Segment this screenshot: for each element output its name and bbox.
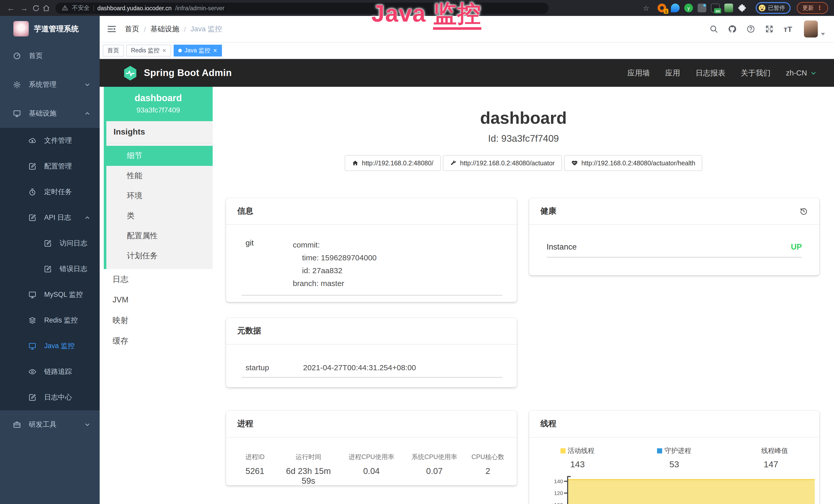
admin-brand[interactable]: 芋道管理系统 — [0, 16, 100, 42]
sidebar-item-config[interactable]: 配置管理 — [0, 154, 100, 179]
tag-home[interactable]: 首页 — [103, 45, 124, 56]
chevron-down-icon — [84, 82, 90, 88]
tag-redis-monitor[interactable]: Redis 监控 ✕ — [126, 45, 171, 56]
profile-paused-chip[interactable]: 已暂停 — [756, 2, 791, 14]
sidebar-item-error-log[interactable]: 错误日志 — [0, 256, 100, 282]
browser-home-icon[interactable] — [42, 4, 50, 12]
health-url-button[interactable]: http://192.168.0.2:48080/actuator/health — [564, 155, 702, 171]
breadcrumb: 首页 / 基础设施 / Java 监控 — [125, 24, 222, 33]
browser-reload-icon[interactable] — [32, 4, 40, 12]
sba-nav-about[interactable]: 关于我们 — [741, 68, 771, 78]
process-cores: 2 — [464, 466, 512, 486]
actuator-url-button[interactable]: http://192.168.0.2:48080/actuator — [443, 155, 562, 171]
sidebar-item-infra[interactable]: 基础设施 — [0, 99, 100, 128]
sba-content: dashboard Id: 93a3fc7f7409 http://192.16… — [213, 87, 834, 504]
sidebar-item-access-log[interactable]: 访问日志 — [0, 231, 100, 256]
sidebar-collapse-icon[interactable] — [107, 24, 117, 34]
sidebar-item-tracing[interactable]: 链路追踪 — [0, 359, 100, 385]
insights-group: Insights 细节 性能 环境 类 配置属性 计划任务 — [104, 121, 213, 269]
legend-daemon-label: 守护进程 — [664, 446, 691, 456]
extensions-row: 1 y on — [658, 4, 746, 12]
help-icon[interactable] — [747, 25, 755, 33]
search-icon[interactable] — [710, 25, 719, 33]
metadata-card-title: 元数据 — [226, 318, 517, 345]
extension-pin-icon[interactable] — [671, 4, 680, 12]
browser-back-icon[interactable]: ← — [5, 2, 17, 14]
sidebar-item-mysql[interactable]: MySQL 监控 — [0, 282, 100, 307]
github-icon[interactable] — [728, 25, 737, 33]
eye-icon — [28, 368, 37, 376]
admin-sidebar: 芋道管理系统 首页 系统管理 基础设施 文件管理 — [0, 16, 100, 504]
sidebar-item-home[interactable]: 首页 — [0, 42, 100, 70]
sidebar-item-system[interactable]: 系统管理 — [0, 70, 100, 99]
legend-live-value: 143 — [529, 460, 626, 470]
sba-menu-caches[interactable]: 缓存 — [104, 331, 213, 351]
process-col-sys-cpu: 系统CPU使用率 — [405, 453, 464, 462]
sba-nav-journal[interactable]: 日志报表 — [696, 68, 725, 78]
edit-icon — [28, 162, 37, 170]
sidebar-item-java-monitor[interactable]: Java 监控 — [0, 333, 100, 359]
sba-nav-applications[interactable]: 应用 — [665, 68, 680, 78]
sba-menu-details[interactable]: 细节 — [106, 146, 213, 166]
monitor-icon — [28, 342, 37, 350]
sba-header: Spring Boot Admin 应用墙 应用 日志报表 关于我们 zh-CN — [100, 59, 834, 87]
sba-nav: 应用墙 应用 日志报表 关于我们 zh-CN — [628, 68, 817, 78]
font-size-icon[interactable]: ᴛT — [784, 25, 792, 33]
breadcrumb-home[interactable]: 首页 — [125, 24, 139, 33]
sba-brand[interactable]: Spring Boot Admin — [123, 65, 232, 81]
sba-menu-logs[interactable]: 日志 — [104, 269, 213, 290]
user-menu[interactable] — [804, 21, 825, 38]
sba-menu-jvm[interactable]: JVM — [104, 290, 213, 310]
browser-menu-icon[interactable]: ⋮ — [817, 5, 822, 11]
process-sys-cpu: 0.07 — [405, 466, 464, 486]
legend-square-live — [561, 448, 566, 453]
bookmark-star-icon[interactable]: ☆ — [640, 4, 652, 12]
home-icon — [352, 160, 358, 166]
fullscreen-icon[interactable] — [765, 25, 774, 33]
browser-forward-icon[interactable]: → — [19, 2, 30, 14]
briefcase-icon — [13, 420, 21, 429]
not-secure-label[interactable]: 不安全 — [72, 4, 90, 12]
git-label: git — [245, 238, 293, 290]
sba-sidebar: dashboard 93a3fc7f7409 Insights 细节 性能 环境… — [104, 87, 213, 504]
process-col-uptime: 运行时间 — [279, 453, 338, 462]
heart-icon — [571, 160, 578, 166]
sidebar-item-redis[interactable]: Redis 监控 — [0, 307, 100, 333]
sba-nav-wallboard[interactable]: 应用墙 — [628, 68, 650, 78]
metadata-card: 元数据 startup 2021-04-27T00:44:31.254+08:0… — [226, 318, 517, 387]
sidebar-item-devtools[interactable]: 研发工具 — [0, 410, 100, 439]
close-icon[interactable]: ✕ — [213, 48, 217, 53]
sidebar-item-jobs[interactable]: 定时任务 — [0, 179, 100, 205]
sba-menu-configprops[interactable]: 配置属性 — [106, 226, 213, 246]
sidebar-item-files[interactable]: 文件管理 — [0, 128, 100, 154]
sba-menu-scheduled-tasks[interactable]: 计划任务 — [106, 246, 213, 266]
threads-card-title: 线程 — [529, 411, 819, 437]
avatar[interactable] — [804, 21, 818, 38]
sba-menu-classes[interactable]: 类 — [106, 206, 213, 226]
process-col-cores: CPU核心数 — [464, 453, 512, 462]
extension-y-icon[interactable]: y — [684, 4, 693, 12]
extension-proxy-icon[interactable]: on — [711, 4, 720, 12]
process-col-proc-cpu: 进程CPU使用率 — [338, 453, 404, 462]
sba-menu-metrics[interactable]: 性能 — [106, 166, 213, 186]
extension-refresh-icon[interactable]: 1 — [658, 4, 666, 12]
sidebar-item-log-center[interactable]: 日志中心 — [0, 385, 100, 410]
edit-icon — [44, 265, 52, 273]
extension-grid-icon[interactable] — [698, 4, 706, 12]
history-icon[interactable] — [799, 207, 808, 216]
sba-menu-mappings[interactable]: 映射 — [104, 310, 213, 331]
sba-locale-select[interactable]: zh-CN — [786, 69, 817, 77]
extension-leaf-icon[interactable] — [724, 4, 733, 12]
sba-menu-environment[interactable]: 环境 — [106, 186, 213, 206]
page-instance-id: Id: 93a3fc7f7409 — [213, 133, 834, 144]
tag-java-monitor[interactable]: Java 监控 ✕ — [174, 45, 222, 56]
breadcrumb-infra[interactable]: 基础设施 — [151, 24, 179, 33]
legend-live-label: 活动线程 — [568, 446, 594, 456]
close-icon[interactable]: ✕ — [162, 48, 167, 53]
service-url-button[interactable]: http://192.168.0.2:48080/ — [345, 155, 440, 171]
sidebar-item-api-log[interactable]: API 日志 — [0, 205, 100, 231]
browser-update-button[interactable]: 更新 ⋮ — [797, 2, 828, 14]
startup-row: startup 2021-04-27T00:44:31.254+08:00 — [226, 345, 517, 372]
extensions-puzzle-icon[interactable] — [738, 4, 746, 12]
screen: ← → 不安全 dashboard.yudao.iocoder.cn/infra… — [0, 0, 834, 504]
